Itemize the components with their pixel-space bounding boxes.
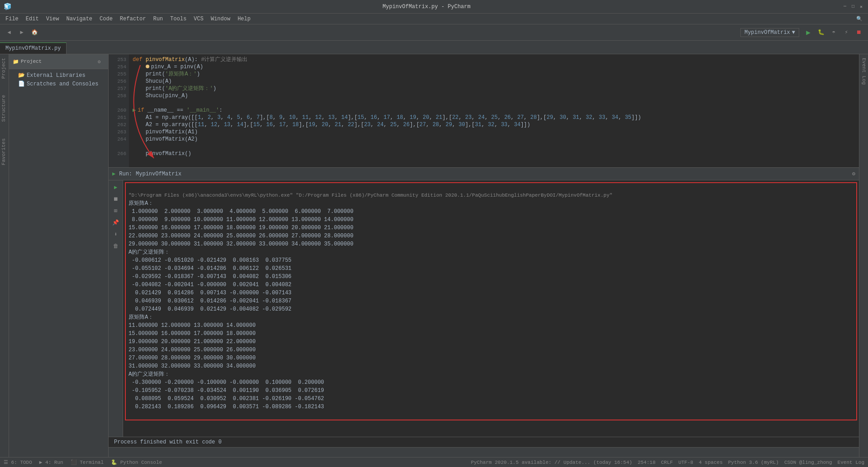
folder-icon: 📂 — [18, 72, 25, 79]
status-python-version[interactable]: Python 3.6 (myRL) — [728, 460, 779, 465]
clear-button[interactable]: 🗑 — [111, 241, 121, 251]
status-event-log[interactable]: Event Log — [838, 460, 864, 465]
side-tab-project[interactable]: Project — [0, 54, 9, 82]
menu-code[interactable]: Code — [96, 15, 116, 23]
menu-tools[interactable]: Tools — [167, 15, 190, 23]
project-header: 📁 Project ⚙ — [9, 54, 108, 69]
project-header-icon: 📁 — [13, 59, 19, 65]
statusbar-right: PyCharm 2020.1.5 available: // Update...… — [471, 460, 864, 465]
project-settings-button[interactable]: ⚙ — [94, 56, 105, 67]
run-config-name: MypinvOfMatrix — [136, 171, 181, 177]
menu-window[interactable]: Window — [207, 15, 234, 23]
status-todo[interactable]: ☰ 6: TODO — [4, 459, 32, 465]
right-side-panel: Event Log — [859, 54, 868, 457]
run-header: ▶ Run: MypinvOfMatrix ⚙ — [109, 168, 859, 180]
bottom-tabs — [109, 447, 859, 457]
minimize-button[interactable]: ─ — [842, 4, 848, 10]
tab-main-file[interactable]: MypinvOfMatrix.py — [0, 42, 67, 54]
tree-item-external-libraries[interactable]: 📂 External Libraries — [9, 71, 108, 80]
status-encoding[interactable]: UTF-8 — [678, 460, 693, 465]
toolbar: ◀ ▶ 🏠 MypinvOfMatrix ▼ ▶ 🐛 ☂ ⚡ ⏹ — [0, 24, 868, 41]
status-bar: ☰ 6: TODO ▶ 4: Run ⬛ Terminal 🐍 Python C… — [0, 457, 868, 467]
run-toolbar: ▶ ⏹ ⊞ 📌 ⬇ 🗑 — [109, 180, 123, 437]
exit-message: Process finished with exit code 0 — [109, 437, 859, 447]
run-output: "D:\Program Files (x86)\anaconda3\envs\m… — [123, 180, 859, 422]
right-tab-event-log[interactable]: Event Log — [860, 54, 868, 88]
menu-vcs[interactable]: VCS — [190, 15, 207, 23]
project-tree: 📂 External Libraries 📄 Scratches and Con… — [9, 69, 108, 457]
side-tab-favorites[interactable]: Favorites — [0, 135, 9, 169]
debug-button[interactable]: 🐛 — [816, 27, 826, 38]
side-tab-structure[interactable]: Structure — [0, 91, 9, 125]
status-csdn: CSDN @ling_zhong — [784, 460, 832, 465]
tree-item-scratches[interactable]: 📄 Scratches and Consoles — [9, 80, 108, 88]
menu-edit[interactable]: Edit — [22, 15, 43, 23]
menu-help[interactable]: Help — [234, 15, 254, 23]
scroll-end-button[interactable]: ⬇ — [111, 229, 121, 239]
cmd-line: "D:\Program Files (x86)\anaconda3\envs\m… — [129, 193, 612, 198]
tree-item-label: Scratches and Consoles — [27, 81, 98, 87]
run-icon: ▶ — [112, 170, 115, 177]
project-header-label: Project — [21, 59, 42, 64]
editor-tab-bar: MypinvOfMatrix.py — [0, 41, 868, 54]
run-output-wrapper: "D:\Program Files (x86)\anaconda3\envs\m… — [123, 180, 859, 437]
menu-bar: File Edit View Navigate Code Refactor Ru… — [0, 14, 868, 24]
title-bar: 🧊 MypinvOfMatrix.py - PyCharm ─ □ ✕ — [0, 0, 868, 14]
menu-file[interactable]: File — [2, 15, 22, 23]
toolbar-forward-button[interactable]: ▶ — [16, 27, 27, 38]
run-settings-button[interactable]: ⚙ — [852, 170, 855, 177]
status-terminal[interactable]: ⬛ Terminal — [71, 459, 104, 465]
pycharm-update: PyCharm 2020.1.5 available: // Update...… — [471, 460, 632, 465]
titlebar-controls: ─ □ ✕ — [842, 4, 864, 10]
maximize-button[interactable]: □ — [850, 4, 856, 10]
menu-run[interactable]: Run — [149, 15, 167, 23]
status-crlf[interactable]: CRLF — [661, 460, 673, 465]
menu-refactor[interactable]: Refactor — [116, 15, 150, 23]
project-panel: 📁 Project ⚙ 📂 External Libraries 📄 Scrat… — [9, 54, 109, 457]
pin-tab-button[interactable]: 📌 — [111, 217, 121, 227]
toolbar-back-button[interactable]: ◀ — [4, 27, 14, 38]
coverage-button[interactable]: ☂ — [828, 27, 839, 38]
restore-layout-button[interactable]: ⊞ — [111, 206, 121, 216]
profile-button[interactable]: ⚡ — [841, 27, 852, 38]
run-button[interactable]: ▶ — [803, 27, 814, 38]
menu-view[interactable]: View — [43, 15, 63, 23]
stop-button[interactable]: ⏹ — [854, 27, 864, 38]
stop-run-button[interactable]: ⏹ — [111, 194, 121, 204]
code-content[interactable]: def pinvofMatrix(A): #计算广义逆并输出 pinv_A = … — [129, 54, 859, 167]
status-run[interactable]: ▶ 4: Run — [39, 459, 63, 465]
code-editor: 253 254 255 256 257 258 260 261 262 263 … — [109, 54, 859, 167]
run-config-label: MypinvOfMatrix — [744, 29, 790, 36]
run-config-selector[interactable]: MypinvOfMatrix ▼ — [740, 28, 799, 37]
editor-area: 253 254 255 256 257 258 260 261 262 263 … — [109, 54, 859, 457]
status-python-console[interactable]: 🐍 Python Console — [111, 459, 162, 465]
titlebar-title: MypinvOfMatrix.py - PyCharm — [11, 4, 842, 10]
toolbar-home-button[interactable]: 🏠 — [29, 27, 40, 38]
run-tab-label[interactable]: Run: — [119, 171, 132, 177]
run-buttons: ▶ 🐛 ☂ ⚡ ⏹ — [803, 27, 864, 38]
run-content-area: ▶ ⏹ ⊞ 📌 ⬇ 🗑 "D:\Program Files (x86)\anac… — [109, 180, 859, 437]
app-icon: 🧊 — [4, 3, 11, 10]
left-side-tabs: Project Structure Favorites — [0, 54, 9, 457]
run-panel: ▶ Run: MypinvOfMatrix ⚙ ▶ ⏹ ⊞ 📌 ⬇ 🗑 "D:\… — [109, 167, 859, 447]
rerun-button[interactable]: ▶ — [111, 182, 121, 192]
main-area: Project Structure Favorites 📁 Project ⚙ … — [0, 54, 868, 457]
close-button[interactable]: ✕ — [858, 4, 864, 10]
status-indent[interactable]: 4 spaces — [699, 460, 723, 465]
menu-navigate[interactable]: Navigate — [62, 15, 96, 23]
status-position: 254:18 — [638, 460, 656, 465]
folder-icon: 📄 — [18, 80, 25, 87]
titlebar-left: 🧊 — [4, 3, 11, 10]
run-config-dropdown-icon: ▼ — [792, 29, 795, 36]
tree-item-label: External Libraries — [27, 72, 86, 79]
line-numbers: 253 254 255 256 257 258 260 261 262 263 … — [109, 54, 129, 167]
